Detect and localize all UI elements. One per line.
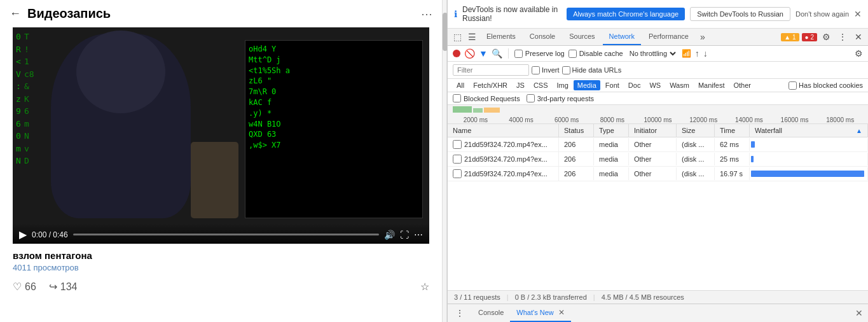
row-name-3: 21dd59f324.720.mp4?ex... [464, 170, 548, 178]
tab-performance[interactable]: Performance [642, 29, 695, 45]
tab-sources[interactable]: Sources [563, 29, 601, 45]
warning-badge: ▲ 1 [781, 33, 799, 41]
th-initiator[interactable]: Initiator [629, 124, 677, 137]
th-name[interactable]: Name [448, 124, 559, 137]
type-btn-ws[interactable]: WS [645, 80, 665, 90]
type-btn-js[interactable]: JS [513, 80, 528, 90]
network-settings-icon[interactable]: ⚙ [855, 48, 863, 59]
th-type[interactable]: Type [594, 124, 629, 137]
hide-data-checkbox[interactable] [562, 66, 570, 74]
table-row[interactable]: 21dd59f324.720.mp4?ex... 206 media Other… [448, 167, 868, 181]
disable-cache-label[interactable]: Disable cache [568, 50, 623, 58]
search-button[interactable]: 🔍 [492, 48, 502, 59]
close-devtools-icon[interactable]: ✕ [852, 31, 865, 43]
preserve-log-label[interactable]: Preserve log [514, 50, 565, 58]
row-checkbox-2[interactable] [453, 155, 462, 164]
bottom-tab-menu-icon[interactable]: ⋮ [453, 304, 467, 322]
has-blocked-label[interactable]: Has blocked cookies [789, 81, 863, 90]
play-button[interactable]: ▶ [19, 228, 27, 241]
tl-label-0: 2000 ms [453, 116, 499, 123]
tab-console[interactable]: Console [523, 29, 561, 45]
info-icon: ℹ [454, 9, 457, 19]
devtools-icon-group: ▲ 1 ● 2 ⚙ ⋮ ✕ [781, 31, 865, 43]
progress-bar[interactable] [73, 234, 379, 235]
type-btn-other[interactable]: Other [729, 80, 755, 90]
upload-icon[interactable]: ↑ [695, 48, 699, 59]
bottom-tab-whatsnew[interactable]: What's New ✕ [510, 304, 570, 322]
table-header: Name Status Type Initiator Size Time Wat… [448, 124, 868, 137]
dont-show-link[interactable]: Don't show again [796, 10, 849, 18]
close-notification-button[interactable]: ✕ [854, 9, 862, 19]
td-initiator-2: Other [629, 153, 677, 165]
timeline-bar-2 [473, 108, 483, 113]
bookmark-button[interactable]: ☆ [420, 281, 429, 293]
download-icon[interactable]: ↓ [703, 48, 708, 59]
settings-icon[interactable]: ⚙ [820, 31, 833, 43]
scrollbar-track[interactable] [442, 0, 447, 322]
tab-network[interactable]: Network [603, 29, 641, 45]
third-party-label[interactable]: 3rd-party requests [527, 94, 594, 102]
row-checkbox-1[interactable] [453, 140, 462, 149]
tl-label-2: 6000 ms [544, 116, 589, 123]
row-checkbox-3[interactable] [453, 169, 462, 178]
back-button[interactable]: ← [10, 7, 21, 20]
like-button[interactable]: ♡ 66 [13, 281, 36, 293]
th-size[interactable]: Size [677, 124, 715, 137]
type-btn-css[interactable]: CSS [530, 80, 552, 90]
type-btn-doc[interactable]: Doc [624, 80, 645, 90]
has-blocked-checkbox[interactable] [789, 81, 797, 90]
filter-button[interactable]: ▼ [479, 48, 488, 59]
video-overlay: 0R<V:z960mN T!1c8&K6mNvD oHd4 YMtt^D j<t… [13, 27, 429, 244]
type-btn-all[interactable]: All [453, 80, 468, 90]
type-btn-fetchxhr[interactable]: Fetch/XHR [469, 80, 511, 90]
type-btn-wasm[interactable]: Wasm [666, 80, 693, 90]
device-icon[interactable]: ☰ [465, 31, 479, 43]
cursor-icon[interactable]: ⬚ [451, 31, 464, 43]
tab-elements[interactable]: Elements [480, 29, 522, 45]
th-waterfall[interactable]: Waterfall ▲ [750, 124, 868, 137]
blocked-requests-row: Blocked Requests 3rd-party requests [448, 92, 868, 105]
switch-devtools-button[interactable]: Switch DevTools to Russian [690, 7, 790, 21]
record-button[interactable] [453, 50, 460, 57]
type-btn-img[interactable]: Img [553, 80, 572, 90]
volume-button[interactable]: 🔊 [384, 230, 395, 240]
blocked-requests-label[interactable]: Blocked Requests [453, 94, 520, 102]
close-bottom-panel-button[interactable]: ✕ [855, 308, 863, 318]
table-row[interactable]: 21dd59f324.720.mp4?ex... 206 media Other… [448, 137, 868, 152]
type-btn-manifest[interactable]: Manifest [694, 80, 729, 90]
kebab-menu-icon[interactable]: ⋮ [836, 31, 850, 43]
video-more-button[interactable]: ⋯ [414, 230, 423, 240]
invert-label[interactable]: Invert [532, 66, 560, 74]
third-party-checkbox[interactable] [527, 94, 535, 102]
throttle-select[interactable]: No throttling [627, 49, 678, 58]
error-badge: ● 2 [802, 33, 817, 41]
wifi-icon: 📶 [682, 49, 691, 58]
th-time[interactable]: Time [715, 124, 750, 137]
header-more-button[interactable]: ⋯ [421, 7, 432, 21]
tab-more-button[interactable]: » [696, 29, 709, 45]
tl-label-5: 12000 ms [680, 116, 726, 123]
bottom-tab-close-icon[interactable]: ✕ [558, 308, 565, 317]
stop-button[interactable]: 🚫 [464, 48, 475, 59]
hide-data-label[interactable]: Hide data URLs [562, 66, 622, 74]
disable-cache-checkbox[interactable] [568, 50, 577, 58]
video-player[interactable]: 0R<V:z960mN T!1c8&K6mNvD oHd4 YMtt^D j<t… [13, 27, 429, 244]
invert-checkbox[interactable] [532, 66, 540, 74]
td-status-2: 206 [559, 153, 594, 165]
blocked-requests-checkbox[interactable] [453, 94, 461, 102]
waterfall-bar-2 [751, 156, 754, 162]
share-count: 134 [60, 281, 78, 293]
match-language-button[interactable]: Always match Chrome's language [567, 8, 685, 20]
bottom-tab-console[interactable]: Console [472, 305, 510, 321]
th-status[interactable]: Status [559, 124, 594, 137]
time-display: 0:00 / 0:46 [32, 230, 68, 239]
has-blocked-text: Has blocked cookies [799, 81, 863, 89]
type-btn-media[interactable]: Media [574, 80, 600, 90]
like-icon: ♡ [13, 281, 22, 293]
filter-input[interactable] [453, 64, 529, 76]
type-btn-font[interactable]: Font [602, 80, 623, 90]
fullscreen-button[interactable]: ⛶ [400, 230, 409, 240]
table-row[interactable]: 21dd59f324.720.mp4?ex... 206 media Other… [448, 152, 868, 167]
preserve-log-checkbox[interactable] [514, 50, 523, 58]
share-button[interactable]: ↪ 134 [49, 281, 78, 293]
